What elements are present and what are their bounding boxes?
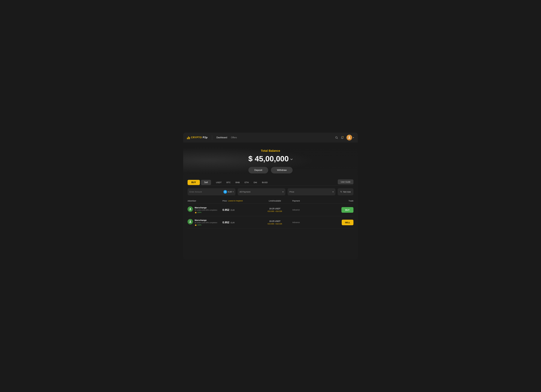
price-cell: 0.952 EUR <box>223 221 257 224</box>
advertiser-name: Marxchange <box>195 219 217 221</box>
balance-chevron-icon[interactable]: ⌵ <box>290 156 293 161</box>
thumbs-up-icon: 👍 <box>195 211 197 213</box>
payment-filter-label: All Payment <box>239 191 283 193</box>
withdraw-button[interactable]: Withdraw <box>271 167 293 173</box>
nav-links: Dashboard Offers <box>217 136 237 139</box>
rating-value: 100% <box>197 224 202 226</box>
filters-section: € EUR ▾ All Payment ▾ Price ▾ ↻ Not now <box>183 186 358 198</box>
logo-text: CRYPTO P2p <box>191 136 208 139</box>
advertiser-info: Marxchange 92 orders |100.00% completion… <box>195 219 217 226</box>
trade-cell: BUY <box>327 207 354 213</box>
notification-button[interactable] <box>341 136 344 139</box>
logo-p2p: P2p <box>203 136 208 139</box>
logo-crypto: CRYPTO <box>191 136 202 139</box>
price-currency: EUR <box>231 222 235 224</box>
limit-usdt: 19.25 USDT <box>257 207 292 210</box>
eur-symbol: € <box>225 191 226 193</box>
price-filter-label: Price <box>289 191 333 193</box>
logo: CRYPTO P2p <box>187 136 208 139</box>
advertiser-cell: Marxchange 92 orders |100.00% completion… <box>187 206 223 213</box>
avatar-icon <box>189 207 192 211</box>
rating-value: 100% <box>197 211 202 213</box>
advertiser-stats: 92 orders |100.00% completion <box>195 209 217 211</box>
eur-chevron-icon: ▾ <box>233 191 234 193</box>
svg-line-1 <box>337 138 338 139</box>
search-button[interactable] <box>335 136 338 139</box>
tab-btc[interactable]: BTC <box>224 180 233 185</box>
limit-usdt: 19.25 USDT <box>257 220 292 222</box>
payment-filter[interactable]: All Payment ▾ <box>238 188 286 195</box>
tab-busd[interactable]: BUSD <box>260 180 270 185</box>
hero-section: Total Balance $ 45,00,000 ⌵ Deposit With… <box>183 143 358 178</box>
nav-dashboard[interactable]: Dashboard <box>217 136 227 139</box>
navbar: CRYPTO P2p Dashboard Offers <box>183 133 358 143</box>
logo-icon <box>187 136 190 139</box>
deposit-button[interactable]: Deposit <box>248 167 268 173</box>
svg-point-2 <box>349 136 350 138</box>
price-filter[interactable]: Price ▾ <box>287 188 335 195</box>
tab-dai[interactable]: DAI <box>251 180 259 185</box>
col-advertiser: Advertiser <box>187 200 223 202</box>
balance-amount: $ 45,00,000 <box>248 154 289 163</box>
amount-input[interactable] <box>189 191 224 193</box>
tab-usdt[interactable]: USDT <box>214 180 224 185</box>
logo-bar-1 <box>187 138 188 139</box>
svg-point-3 <box>190 208 191 209</box>
user-menu[interactable]: ▾ <box>347 135 354 140</box>
app-container: CRYPTO P2p Dashboard Offers <box>183 133 358 259</box>
nav-right: ▾ <box>335 135 354 140</box>
tabs-section: BUY Sell USDT BTC BNB ETH DAI BUSD User … <box>183 178 358 186</box>
svg-point-0 <box>336 136 337 138</box>
trade-cell: SELL <box>327 220 354 225</box>
logo-bar-3 <box>189 137 190 139</box>
amount-input-wrap: € EUR ▾ <box>187 188 235 195</box>
hero-title: Total Balance <box>183 149 358 153</box>
svg-point-4 <box>190 221 191 222</box>
tabs-row: BUY Sell USDT BTC BNB ETH DAI BUSD User … <box>187 178 354 186</box>
col-limit: Limit/Available <box>257 200 292 202</box>
col-price: Price Lowest to heighest <box>223 200 257 202</box>
advertiser-avatar <box>187 219 193 224</box>
eur-icon: € <box>224 190 227 194</box>
tab-eth[interactable]: ETH <box>242 180 251 185</box>
hero-balance: $ 45,00,000 ⌵ <box>183 154 358 163</box>
notification-dot <box>343 136 344 137</box>
limit-range: €15.000 - €18.326 <box>257 223 292 225</box>
advertiser-info: Marxchange 92 orders |100.00% completion… <box>195 206 217 213</box>
sell-button[interactable]: SELL <box>342 220 354 225</box>
price-value: 0.952 <box>223 221 229 224</box>
not-now-button[interactable]: ↻ Not now <box>338 188 354 195</box>
eur-label: EUR <box>228 191 232 193</box>
payment-cell: Advance <box>292 221 327 223</box>
advertiser-avatar <box>187 206 193 212</box>
user-icon <box>348 136 351 139</box>
nav-offers[interactable]: Offers <box>231 136 237 139</box>
avatar-icon <box>189 220 192 223</box>
thumbs-up-icon: 👍 <box>195 224 197 226</box>
limit-cell: 19.25 USDT €15.000 - €18.326 <box>257 220 292 225</box>
col-payment: Payment <box>292 200 327 202</box>
buy-button[interactable]: BUY <box>341 207 354 213</box>
advertiser-rating: 👍 100% <box>195 224 217 226</box>
not-now-label: Not now <box>343 191 351 193</box>
avatar <box>347 135 352 140</box>
price-sort-label[interactable]: Lowest to heighest <box>228 200 243 202</box>
advertiser-name: Marxchange <box>195 206 217 209</box>
table-row: Marxchange 92 orders |100.00% completion… <box>187 216 354 229</box>
price-currency: EUR <box>231 209 235 211</box>
tab-bnb[interactable]: BNB <box>233 180 242 185</box>
advertiser-stats: 92 orders |100.00% completion <box>195 222 217 224</box>
currency-selector[interactable]: € EUR ▾ <box>224 190 234 194</box>
logo-bar-2 <box>188 136 189 139</box>
limit-range: €15.000 - €18.326 <box>257 210 292 212</box>
tab-sell[interactable]: Sell <box>201 180 211 185</box>
table-header: Advertiser Price Lowest to heighest Limi… <box>187 198 354 204</box>
advertiser-cell: Marxchange 92 orders |100.00% completion… <box>187 219 223 226</box>
payment-cell: Advance <box>292 209 327 211</box>
tab-buy[interactable]: BUY <box>187 180 200 185</box>
price-chevron-icon: ▾ <box>333 191 333 193</box>
table-section: Advertiser Price Lowest to heighest Limi… <box>183 198 358 259</box>
table-row: Marxchange 92 orders |100.00% completion… <box>187 204 354 216</box>
advertiser-rating: 👍 100% <box>195 211 217 213</box>
user-guide-button[interactable]: User Guide <box>338 180 354 184</box>
